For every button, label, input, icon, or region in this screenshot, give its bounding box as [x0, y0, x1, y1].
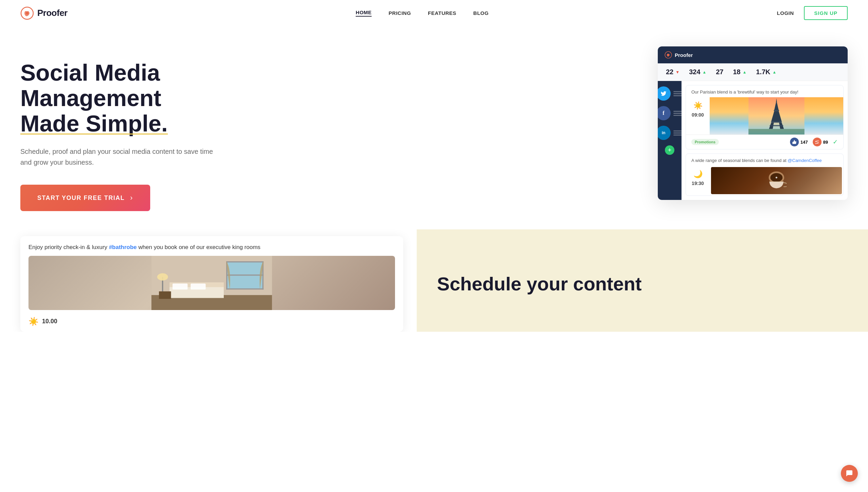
retweet-icon — [813, 138, 822, 146]
post-2-image — [711, 167, 842, 194]
linkedin-icon[interactable]: in — [658, 126, 671, 140]
signup-button[interactable]: SIGN UP — [804, 6, 848, 20]
facebook-icon[interactable]: f — [658, 106, 671, 120]
main-nav: HOME PRICING FEATURES BLOG — [356, 9, 489, 17]
post-2-link: @CamdenCoffee — [788, 158, 822, 163]
cta-label: START YOUR FREE TRIAL — [37, 194, 125, 202]
stat-5-value: 1.7K — [756, 68, 770, 76]
hero-title-line1: Social Media Management — [20, 60, 161, 111]
schedule-title: Schedule your content — [437, 273, 642, 294]
eiffel-tower-graphic — [710, 97, 843, 135]
post-1-tag: Promotions — [691, 139, 719, 145]
svg-rect-23 — [226, 261, 263, 263]
coffee-cup-svg — [766, 170, 787, 191]
nav-pricing[interactable]: PRICING — [389, 10, 411, 16]
logo-text: Proofer — [37, 8, 67, 18]
preview-image-hotel — [28, 256, 395, 310]
schedule-title-text: Schedule your content — [437, 273, 642, 294]
post-1-footer-left: Promotions — [691, 139, 719, 145]
logo-icon — [20, 6, 34, 20]
header-actions: LOGIN SIGN UP — [777, 6, 848, 20]
svg-rect-7 — [774, 110, 779, 111]
stat-4-arrow-icon: ▲ — [743, 70, 747, 75]
retweet-count: 89 — [823, 140, 828, 145]
post-2-body: 🌙 19:30 — [686, 166, 843, 196]
post-card-2: A wide range of seasonal blends can be f… — [686, 153, 844, 196]
svg-rect-28 — [191, 283, 205, 289]
stat-1-arrow-icon: ▼ — [675, 70, 679, 75]
preview-text-normal: Enjoy priority check-in & luxury — [28, 244, 109, 250]
nav-blog[interactable]: BLOG — [473, 10, 489, 16]
eiffel-tower-svg — [710, 97, 843, 135]
post-card-1: Our Parisian blend is a 'brewtiful' way … — [686, 85, 844, 149]
mockup-body: f in — [658, 81, 848, 200]
mockup-content: Our Parisian blend is a 'brewtiful' way … — [682, 81, 848, 200]
check-icon: ✓ — [833, 138, 838, 146]
post-1-likes: 147 — [790, 138, 808, 146]
nav-home[interactable]: HOME — [356, 9, 372, 17]
post-1-retweets: 89 — [813, 138, 828, 146]
logo[interactable]: Proofer — [20, 6, 67, 20]
post-2-time-area: 🌙 19:30 — [686, 166, 710, 196]
svg-point-30 — [157, 273, 168, 280]
post-2-time: 19:30 — [692, 181, 704, 186]
hotel-room-svg — [28, 256, 395, 310]
preview-text-suffix: when you book one of our executive king … — [137, 244, 260, 250]
svg-rect-24 — [226, 288, 263, 290]
add-account-icon[interactable]: + — [665, 145, 674, 155]
post-1-body: ☀️ 09:00 — [686, 97, 843, 135]
stat-4: 18 ▲ — [733, 68, 747, 76]
post-2-time-icon: 🌙 — [693, 170, 703, 179]
stat-5-arrow-icon: ▲ — [772, 70, 776, 75]
sidebar-facebook-row: f — [658, 106, 683, 120]
bottom-right: Schedule your content — [417, 229, 868, 332]
dashboard-mockup: Proofer 22 ▼ 324 ▲ 27 18 ▲ — [658, 46, 848, 200]
stat-2: 324 ▲ — [689, 68, 706, 76]
twitter-icon[interactable] — [658, 86, 671, 101]
post-1-time-icon: ☀️ — [693, 101, 703, 110]
mockup-sidebar: f in — [658, 81, 682, 200]
svg-rect-31 — [159, 291, 171, 299]
like-icon — [790, 138, 799, 146]
svg-rect-22 — [226, 274, 263, 276]
hero-mockup-area: Proofer 22 ▼ 324 ▲ 27 18 ▲ — [251, 46, 848, 200]
hotel-room-background — [28, 256, 395, 310]
post-1-image — [710, 97, 843, 135]
cta-button[interactable]: START YOUR FREE TRIAL › — [20, 185, 150, 211]
bottom-section: Enjoy priority check-in & luxury #bathro… — [0, 229, 868, 332]
post-1-time: 09:00 — [692, 112, 704, 118]
header: Proofer HOME PRICING FEATURES BLOG LOGIN… — [0, 0, 868, 26]
svg-rect-13 — [749, 129, 805, 135]
post-preview-card: Enjoy priority check-in & luxury #bathro… — [20, 236, 403, 332]
hero-content: Social Media Management Made Simple. Sch… — [20, 46, 251, 211]
login-button[interactable]: LOGIN — [777, 10, 794, 16]
hero-title: Social Media Management Made Simple. — [20, 60, 251, 136]
mockup-logo: Proofer — [665, 51, 693, 59]
stat-2-arrow-icon: ▲ — [703, 70, 707, 75]
stat-2-value: 324 — [689, 68, 700, 76]
post-1-footer: Promotions 147 — [686, 135, 843, 149]
like-count: 147 — [801, 140, 808, 145]
stat-4-value: 18 — [733, 68, 741, 76]
preview-time-text: 10.00 — [42, 318, 57, 325]
post-1-reactions: 147 89 ✓ — [790, 138, 838, 146]
nav-features[interactable]: FEATURES — [428, 10, 456, 16]
bottom-left: Enjoy priority check-in & luxury #bathro… — [0, 229, 417, 332]
svg-point-3 — [668, 54, 669, 56]
preview-text: Enjoy priority check-in & luxury #bathro… — [20, 236, 403, 256]
post-1-time-area: ☀️ 09:00 — [686, 97, 710, 135]
stat-1-value: 22 — [666, 68, 673, 76]
stat-1: 22 ▼ — [666, 68, 679, 76]
preview-hashtag: #bathrobe — [109, 244, 137, 250]
preview-time-area: ☀️ 10.00 — [20, 314, 403, 332]
coffee-image-bg — [711, 167, 842, 194]
mockup-logo-icon — [665, 51, 672, 59]
svg-rect-9 — [771, 121, 782, 122]
sidebar-twitter-row — [658, 86, 683, 101]
stat-5: 1.7K ▲ — [756, 68, 776, 76]
cta-arrow-icon: › — [130, 193, 133, 202]
mockup-logo-text: Proofer — [675, 52, 693, 58]
svg-rect-27 — [173, 283, 188, 289]
preview-sun-icon: ☀️ — [28, 317, 39, 326]
stats-bar: 22 ▼ 324 ▲ 27 18 ▲ 1.7K ▲ — [658, 63, 848, 81]
